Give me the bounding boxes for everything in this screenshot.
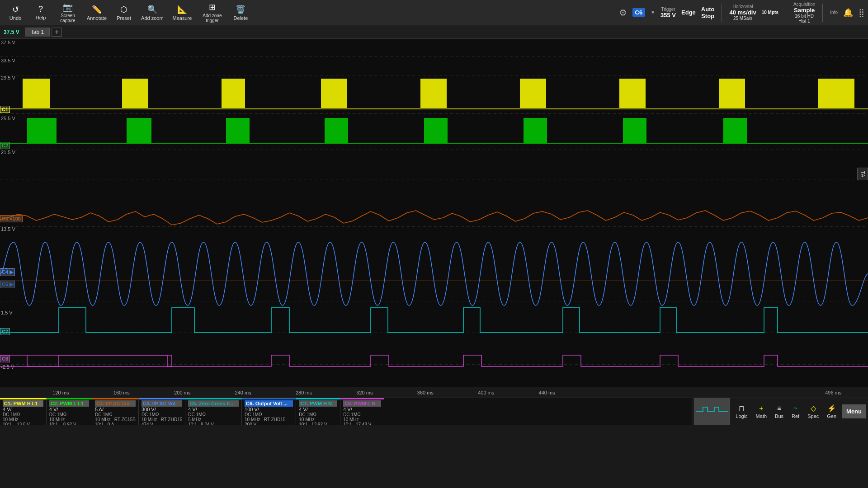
svg-rect-1: [23, 79, 50, 108]
c6-extra: 200 V: [245, 422, 293, 425]
delete-icon: 🗑️: [236, 5, 245, 14]
delete-button[interactable]: 🗑️ Delete: [229, 3, 252, 23]
separator: [722, 4, 722, 22]
c5-name: C5- Zero Cross F... _: [188, 400, 239, 407]
c6-volts: 100 V/: [245, 407, 293, 412]
svg-rect-2: [122, 79, 148, 108]
separator3: [822, 4, 823, 22]
time-axis: 120 ms 160 ms 200 ms 240 ms 280 ms 320 m…: [0, 387, 868, 398]
svg-rect-4: [321, 79, 347, 108]
spec-button[interactable]: ◇ Spec: [805, 402, 821, 421]
logic-button[interactable]: ⊓ Logic: [733, 402, 750, 421]
trigger-mode-block: Auto Stop: [701, 6, 715, 19]
separator2: [786, 4, 786, 22]
c6-coupling: DC 1MΩ: [245, 412, 293, 417]
main-toolbar: ↺ Undo ? Help 📷 Screen capture ✏️ Annota…: [0, 0, 868, 25]
math-icon: +: [759, 404, 763, 413]
c5-info[interactable]: C5- Zero Cross F... _ 4 V/ DC 1MΩ 5 MHz …: [185, 398, 242, 425]
c8-info[interactable]: C8- PWM L N _ 4 V/ DC 1MΩ 10 MHz 10:1 17…: [340, 398, 384, 425]
c5-coupling: DC 1MΩ: [188, 412, 239, 417]
info-block: Info: [830, 10, 838, 15]
network-icon[interactable]: ⣿: [859, 8, 864, 18]
time-tick-7: 360 ms: [417, 390, 434, 395]
time-tick-2: 160 ms: [113, 390, 130, 395]
c1-volts: 4 V/: [3, 407, 43, 412]
settings-icon[interactable]: ⚙: [619, 7, 627, 18]
zoom-icon: 🔍: [147, 5, 157, 14]
channel-info-bar: C1- PWM H L1 _ 4 V/ DC 1MΩ 10 MHz 10:1 -…: [0, 398, 868, 425]
svg-rect-16: [524, 118, 547, 143]
menu-button[interactable]: Menu: [842, 404, 866, 418]
undo-icon: ↺: [12, 5, 19, 14]
c2-bw: 10 MHz: [49, 417, 89, 422]
c8-bw: 10 MHz: [343, 417, 381, 422]
gen-button[interactable]: ⚡ Gen: [824, 402, 839, 421]
screen-capture-button[interactable]: 📷 Screen capture: [54, 0, 81, 25]
preset-button[interactable]: ⬡ Preset: [112, 3, 136, 23]
c7-extra: 10:1 13.92 V: [299, 422, 337, 425]
channel-dropdown-icon[interactable]: ▼: [651, 10, 655, 15]
svg-rect-3: [222, 79, 245, 108]
svg-rect-18: [723, 118, 747, 143]
c2-volts: 4 V/: [49, 407, 89, 412]
time-tick-9: 440 ms: [539, 390, 555, 395]
preview-svg: [696, 405, 728, 418]
c7-bw: 10 MHz: [299, 417, 337, 422]
camera-icon: 📷: [63, 2, 73, 12]
c3-coupling: DC 1MΩ: [95, 412, 136, 417]
svg-rect-6: [520, 79, 546, 108]
ref-icon: ~: [793, 404, 797, 413]
spec-icon: ◇: [811, 404, 816, 413]
annotate-button[interactable]: ✏️ Annotate: [83, 3, 110, 23]
c3-name: C3- I/P AC Cur _: [95, 400, 136, 407]
undo-button[interactable]: ↺ Undo: [4, 3, 27, 23]
ref-button[interactable]: ~ Ref: [789, 403, 802, 421]
time-tick-3: 200 ms: [174, 390, 190, 395]
c8-coupling: DC 1MΩ: [343, 412, 381, 417]
svg-rect-13: [226, 118, 250, 143]
voltage-label: 37.5 V: [4, 29, 19, 35]
c6-info[interactable]: C6- Output Volt ... _ 100 V/ DC 1MΩ 10 M…: [242, 398, 296, 425]
time-tick-8: 400 ms: [478, 390, 494, 395]
tab-1[interactable]: Tab 1: [25, 28, 50, 37]
c6-name: C6- Output Volt ... _: [245, 400, 293, 407]
add-zoom-button[interactable]: 🔍 Add zoom: [137, 3, 167, 23]
c1-info[interactable]: C1- PWM H L1 _ 4 V/ DC 1MΩ 10 MHz 10:1 -…: [0, 398, 47, 425]
c6-bw: 10 MHz RT-ZHD15: [245, 417, 293, 422]
bus-button[interactable]: ≡ Bus: [772, 403, 786, 421]
c6-badge[interactable]: C6: [632, 8, 646, 17]
zone-icon: ⊞: [209, 2, 216, 12]
time-tick-10: 496 ms: [825, 390, 841, 395]
bus-icon: ≡: [777, 404, 781, 413]
c4-volts: 300 V/: [142, 407, 182, 412]
c1-bw: 10 MHz: [3, 417, 43, 422]
measure-button[interactable]: 📐 Measure: [169, 3, 196, 23]
add-zone-trigger-button[interactable]: ⊞ Add zone trigger: [197, 0, 227, 25]
math-button[interactable]: + Math: [753, 403, 769, 421]
c5-volts: 4 V/: [188, 407, 239, 412]
c7-volts: 4 V/: [299, 407, 337, 412]
logic-icon: ⊓: [739, 404, 744, 413]
c8-extra: 10:1 17.48 V: [343, 422, 381, 425]
bell-icon[interactable]: 🔔: [843, 8, 853, 18]
c8-name: C8- PWM L N _: [343, 400, 381, 407]
c4-info[interactable]: C4- I/P AC Vol _ 300 V/ DC 1MΩ 10 MHz RT…: [139, 398, 185, 425]
c3-info[interactable]: C3- I/P AC Cur _ 5 A/ DC 1MΩ 10 MHz RT-Z…: [92, 398, 139, 425]
help-button[interactable]: ? Help: [29, 3, 52, 22]
c4-name: C4- I/P AC Vol _: [142, 400, 182, 407]
annotate-icon: ✏️: [92, 5, 102, 14]
trigger-type-block: Edge: [681, 9, 696, 16]
c7-info[interactable]: C7- PWM H N _ 4 V/ DC 1MΩ 10 MHz 10:1 13…: [296, 398, 340, 425]
waveform-display: [0, 39, 868, 387]
measure-icon: 📐: [177, 5, 187, 14]
c1-coupling: DC 1MΩ: [3, 412, 43, 417]
c1-extra: 10:1 -13.8 V: [3, 422, 43, 425]
help-icon: ?: [38, 5, 43, 14]
horizontal-detail: 10 Mpts: [762, 10, 778, 15]
time-tick-5: 280 ms: [296, 390, 312, 395]
time-tick-1: 120 ms: [52, 390, 69, 395]
c2-info[interactable]: C2- PWM L L1 _ 4 V/ DC 1MΩ 10 MHz 10:1 -…: [47, 398, 92, 425]
c7-name: C7- PWM H N _: [299, 400, 337, 407]
svg-rect-9: [818, 79, 854, 108]
add-tab-button[interactable]: +: [52, 28, 62, 37]
